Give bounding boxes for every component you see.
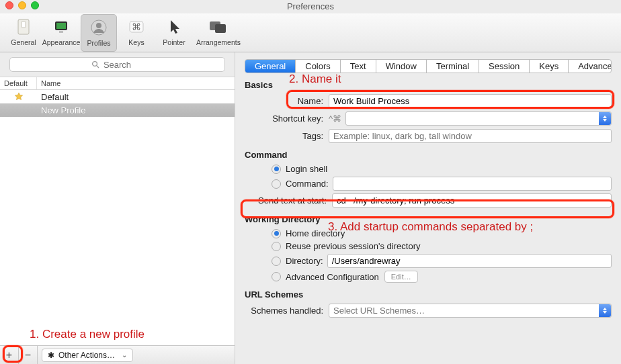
sidebar-footer: + − ✱ Other Actions… ⌄ — [0, 345, 235, 364]
profiles-list-header: Default Name — [0, 77, 235, 90]
svg-rect-1 — [22, 21, 26, 28]
list-item[interactable]: Default — [0, 90, 235, 103]
ptab-text[interactable]: Text — [341, 60, 376, 73]
list-item[interactable]: New Profile — [0, 103, 235, 117]
svg-rect-10 — [215, 24, 226, 33]
tab-profiles[interactable]: Profiles — [81, 14, 117, 52]
other-actions-menu[interactable]: ✱ Other Actions… ⌄ — [42, 349, 133, 362]
ptab-colors[interactable]: Colors — [296, 60, 341, 73]
profile-settings: General Colors Text Window Terminal Sess… — [235, 52, 621, 364]
profile-name-input[interactable] — [329, 94, 612, 108]
radio-icon — [272, 229, 281, 238]
add-profile-button[interactable]: + — [0, 346, 19, 365]
tab-general-label: General — [11, 38, 36, 46]
profiles-sidebar: Default Name Default New Profile 1. Crea… — [0, 52, 235, 364]
ptab-general[interactable]: General — [245, 60, 296, 73]
search-field[interactable] — [10, 60, 224, 70]
col-default[interactable]: Default — [0, 77, 37, 89]
schemes-value: Select URL Schemes… — [333, 306, 425, 316]
radio-home-dir[interactable]: Home directory — [245, 228, 612, 238]
svg-point-6 — [96, 23, 101, 28]
zoom-window-button[interactable] — [31, 1, 39, 9]
radio-icon — [272, 179, 281, 189]
directory-input[interactable] — [327, 254, 612, 268]
search-icon — [91, 60, 99, 69]
shortcut-label: Shortcut key: — [245, 113, 329, 124]
svg-rect-3 — [56, 23, 66, 29]
section-basics: Basics — [245, 80, 612, 90]
svg-line-12 — [97, 66, 99, 68]
radio-directory[interactable]: Directory: — [245, 254, 612, 268]
command-input[interactable] — [333, 177, 612, 191]
login-shell-label: Login shell — [286, 164, 327, 174]
radio-reuse-dir[interactable]: Reuse previous session's directory — [245, 241, 612, 251]
shortcut-modifiers: ^⌘ — [329, 113, 341, 124]
radio-command[interactable]: Command: — [245, 177, 612, 191]
section-workdir: Working Directory — [245, 214, 612, 224]
dropdown-caret-icon — [599, 304, 611, 317]
tags-input[interactable] — [329, 129, 612, 143]
tab-appearance-label: Appearance — [42, 38, 81, 46]
schemes-label: Schemes handled: — [245, 306, 329, 316]
reuse-dir-label: Reuse previous session's directory — [286, 241, 420, 251]
radio-icon — [272, 272, 281, 281]
tags-label: Tags: — [245, 131, 329, 141]
tab-general[interactable]: General — [5, 14, 42, 52]
other-actions-label: Other Actions… — [58, 351, 115, 360]
radio-icon — [272, 257, 281, 266]
tab-arrangements-label: Arrangements — [196, 38, 241, 46]
gear-icon: ✱ — [48, 351, 54, 360]
command-label: Command: — [286, 179, 329, 189]
windows-icon — [207, 15, 230, 38]
tab-keys-label: Keys — [128, 38, 144, 46]
command-icon: ⌘ — [125, 15, 148, 38]
tab-arrangements[interactable]: Arrangements — [194, 14, 243, 52]
search-input[interactable] — [9, 57, 225, 72]
edit-button[interactable]: Edit… — [384, 271, 418, 283]
tab-profiles-label: Profiles — [87, 39, 110, 47]
name-label: Name: — [245, 96, 329, 106]
cursor-icon — [163, 15, 185, 38]
profiles-list: Default New Profile — [0, 90, 235, 345]
tab-pointer-label: Pointer — [163, 38, 185, 46]
shortcut-key-select[interactable] — [345, 111, 612, 126]
col-name[interactable]: Name — [37, 77, 235, 89]
tab-keys[interactable]: ⌘ Keys — [118, 14, 155, 52]
dropdown-caret-icon — [599, 112, 611, 125]
advanced-label: Advanced Configuration — [286, 272, 379, 282]
ptab-terminal[interactable]: Terminal — [427, 60, 479, 73]
tab-appearance[interactable]: Appearance — [43, 14, 79, 52]
profile-icon — [87, 16, 110, 39]
ptab-keys[interactable]: Keys — [530, 60, 569, 73]
radio-login-shell[interactable]: Login shell — [245, 164, 612, 174]
ptab-window[interactable]: Window — [376, 60, 427, 73]
profile-name: Default — [37, 92, 235, 102]
section-command: Command — [245, 150, 612, 160]
tab-pointer[interactable]: Pointer — [156, 14, 192, 52]
send-start-input[interactable] — [332, 193, 612, 208]
window-title: Preferences — [0, 0, 621, 13]
home-dir-label: Home directory — [286, 228, 345, 238]
window-controls — [5, 1, 39, 9]
directory-label: Directory: — [286, 256, 323, 266]
minimize-window-button[interactable] — [18, 1, 26, 9]
svg-rect-4 — [59, 31, 63, 33]
ptab-advanced[interactable]: Advanced — [569, 60, 612, 73]
send-start-label: Send text at start: — [245, 195, 332, 206]
radio-icon — [272, 242, 281, 251]
radio-icon — [272, 165, 281, 174]
svg-text:⌘: ⌘ — [132, 21, 141, 32]
section-url: URL Schemes — [245, 289, 612, 300]
monitor-icon — [50, 15, 73, 38]
switch-icon — [12, 15, 35, 38]
preferences-toolbar: General Appearance Profiles ⌘ Keys Point… — [0, 13, 621, 52]
profile-tabs: General Colors Text Window Terminal Sess… — [245, 59, 612, 73]
profile-name: New Profile — [37, 105, 235, 116]
radio-advanced[interactable]: Advanced Configuration Edit… — [245, 271, 612, 283]
remove-profile-button[interactable]: − — [19, 346, 38, 365]
close-window-button[interactable] — [5, 1, 13, 9]
ptab-session[interactable]: Session — [479, 60, 530, 73]
titlebar: Preferences — [0, 0, 621, 13]
star-icon — [0, 92, 37, 101]
schemes-select[interactable]: Select URL Schemes… — [329, 304, 612, 318]
